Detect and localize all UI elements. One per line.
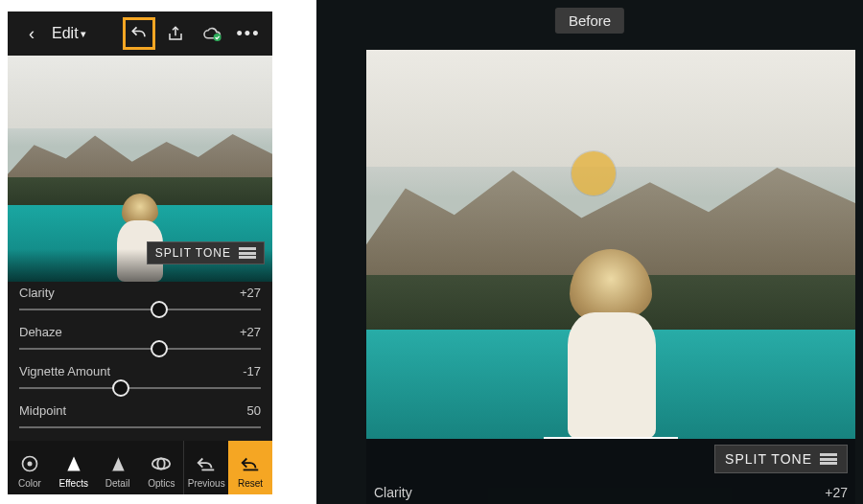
tool-label: Previous (188, 478, 225, 489)
back-button[interactable]: ‹ (15, 17, 48, 50)
undo-icon (129, 24, 149, 43)
slider-dehaze[interactable]: Dehaze+27 (19, 325, 261, 358)
tool-label: Color (18, 478, 41, 489)
tool-previous[interactable]: Previous (184, 441, 228, 494)
chevron-left-icon: ‹ (29, 24, 35, 44)
slider-label: Vignette Amount (19, 364, 110, 378)
slider-value: +27 (240, 286, 261, 300)
svg-point-4 (158, 459, 165, 470)
edit-label-text: Edit (52, 25, 79, 42)
edit-panel: ‹ Edit ▾ (8, 11, 272, 494)
tool-label: Detail (105, 478, 130, 489)
touch-indicator-icon (571, 151, 616, 195)
before-pill: Before (555, 8, 624, 34)
slider-label: Dehaze (19, 325, 62, 339)
svg-point-3 (152, 459, 170, 470)
tool-label: Optics (148, 478, 175, 489)
slider-label: Midpoint (19, 403, 66, 418)
slider-midpoint[interactable]: Midpoint50 (19, 403, 261, 437)
subject (568, 249, 654, 439)
slider-label: Clarity (19, 286, 55, 300)
svg-point-0 (214, 34, 222, 41)
tool-detail[interactable]: Detail (96, 441, 140, 494)
detail-icon (107, 453, 128, 474)
previous-icon (196, 453, 217, 474)
reset-icon (240, 453, 261, 474)
tool-optics[interactable]: Optics (139, 441, 183, 494)
slider-value: +27 (825, 485, 848, 500)
slider-value: 50 (247, 403, 261, 418)
ellipsis-icon: ••• (237, 24, 261, 44)
optics-icon (151, 453, 172, 474)
tool-reset[interactable]: Reset (228, 441, 272, 494)
share-button[interactable] (159, 17, 192, 50)
tool-label: Reset (238, 478, 263, 489)
more-button[interactable]: ••• (232, 17, 265, 50)
slider-label: Clarity (374, 485, 412, 500)
share-icon (167, 25, 184, 42)
tool-effects[interactable]: Effects (52, 441, 96, 494)
svg-point-2 (27, 462, 32, 467)
effects-icon (63, 453, 84, 474)
split-tone-chip[interactable]: SPLIT TONE (147, 241, 265, 264)
cloud-check-icon (202, 26, 222, 41)
split-tone-label: SPLIT TONE (725, 451, 812, 467)
tool-color[interactable]: Color (8, 441, 52, 494)
tool-strip: Color Effects Detail Optics (8, 441, 272, 494)
split-tone-label: SPLIT TONE (155, 246, 231, 260)
cloud-sync-button[interactable] (196, 17, 228, 50)
before-panel: Before SPLIT TONE Clarity +27 (316, 0, 863, 504)
mode-label[interactable]: Edit ▾ (52, 25, 86, 42)
split-tone-icon (820, 453, 837, 465)
slider-clarity[interactable]: Clarity+27 (19, 286, 261, 319)
color-wheel-icon (19, 453, 40, 474)
sliders-group: Clarity+27 Dehaze+27 Vignette Amount-17 … (8, 280, 272, 441)
top-bar: ‹ Edit ▾ (8, 11, 272, 56)
slider-vignette-amount[interactable]: Vignette Amount-17 (19, 364, 261, 398)
split-tone-chip[interactable]: SPLIT TONE (714, 445, 848, 473)
split-tone-icon (239, 247, 256, 259)
photo-preview-large[interactable] (366, 50, 855, 439)
slider-value: -17 (243, 364, 261, 378)
chevron-down-icon: ▾ (81, 28, 86, 40)
slider-value: +27 (240, 325, 261, 339)
slider-clarity-peek[interactable]: Clarity +27 (374, 485, 848, 500)
undo-button[interactable] (123, 17, 155, 50)
tool-label: Effects (59, 478, 88, 489)
